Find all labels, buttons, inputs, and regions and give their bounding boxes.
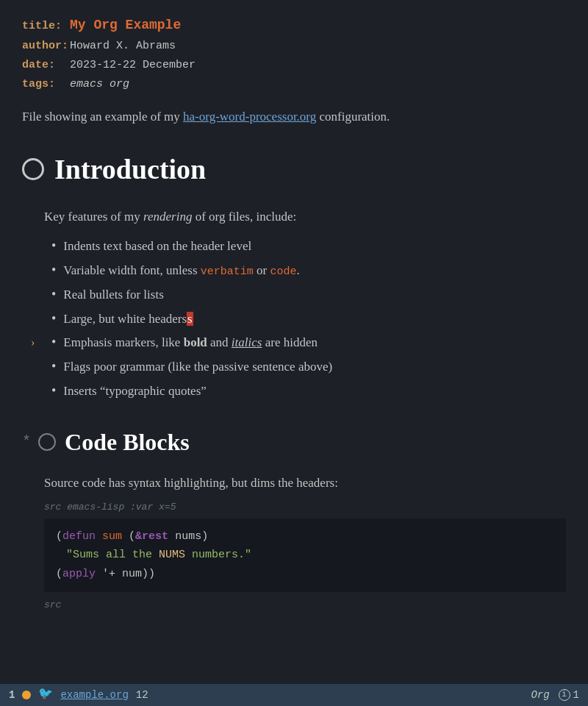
section2-prefix: * bbox=[22, 430, 31, 454]
list-item-text: Inserts “typographic quotes” bbox=[63, 381, 566, 401]
paren: )) bbox=[142, 568, 155, 580]
intro-text-before: File showing an example of my bbox=[22, 110, 183, 124]
bullet-icon: • bbox=[51, 332, 56, 353]
kw-quote-plus: '+ bbox=[102, 568, 122, 580]
meta-title-key: title: bbox=[22, 18, 70, 35]
section2-heading-text: Code Blocks bbox=[65, 424, 190, 461]
list-item: › • Emphasis markers, like bold and ital… bbox=[51, 332, 566, 353]
kw-sum: sum bbox=[102, 530, 122, 543]
section1-intro: Key features of my rendering of org file… bbox=[44, 207, 566, 227]
status-col: 12 bbox=[136, 687, 148, 703]
metadata-block: title: My Org Example author: Howard X. … bbox=[22, 15, 566, 93]
code-line-1: (defun sum (&rest nums) bbox=[56, 527, 554, 546]
kw-nums-upper: NUMS bbox=[159, 549, 185, 561]
org-link[interactable]: ha-org-word-processor.org bbox=[183, 110, 316, 124]
main-content: title: My Org Example author: Howard X. … bbox=[0, 0, 588, 650]
bold-text: bold bbox=[184, 335, 207, 349]
intro-paragraph: File showing an example of my ha-org-wor… bbox=[22, 107, 566, 126]
list-item-text: Flags poor grammar (like the passive sen… bbox=[63, 357, 566, 377]
meta-tags-value: emacs org bbox=[70, 76, 129, 93]
status-line-number: 1 bbox=[9, 687, 15, 703]
src-footer-text: src bbox=[44, 599, 61, 610]
meta-title-value: My Org Example bbox=[70, 15, 181, 36]
section2-heading: * Code Blocks bbox=[22, 424, 566, 461]
section1-bullet-circle bbox=[22, 158, 44, 180]
status-info: i 1 bbox=[559, 687, 579, 703]
code-line-2: "Sums all the NUMS numbers." bbox=[56, 546, 554, 565]
bullet-icon: • bbox=[51, 235, 56, 257]
kw-num: num bbox=[122, 568, 142, 580]
paren: ( bbox=[129, 530, 135, 543]
cursor: s bbox=[187, 312, 193, 326]
src-header-label: src emacs-lisp :var x=5 bbox=[44, 500, 566, 516]
italics-text: italics bbox=[232, 335, 262, 349]
status-mode: Org bbox=[531, 687, 549, 703]
kw-defun: defun bbox=[62, 530, 96, 543]
status-bar-left: 1 🐦 example.org 12 bbox=[9, 685, 531, 705]
meta-date-line: date: 2023-12-22 December bbox=[22, 57, 566, 74]
status-bar: 1 🐦 example.org 12 Org i 1 bbox=[0, 684, 588, 706]
list-item: • Large, but white headerss bbox=[51, 308, 566, 329]
section-intro-after: of org files, include: bbox=[192, 210, 296, 224]
kw-apply: apply bbox=[62, 568, 96, 580]
paren: ( bbox=[56, 530, 62, 543]
code-block: (defun sum (&rest nums) "Sums all the NU… bbox=[44, 518, 566, 593]
meta-date-value: 2023-12-22 December bbox=[70, 57, 196, 74]
verbatim-text: verbatim bbox=[201, 265, 254, 278]
emacs-icon: 🐦 bbox=[38, 685, 53, 705]
bullet-icon: • bbox=[51, 356, 56, 377]
section-intro-before: Key features of my bbox=[44, 210, 143, 224]
bullet-icon: • bbox=[51, 380, 56, 402]
meta-tags-key: tags: bbox=[22, 76, 70, 93]
list-item: • Inserts “typographic quotes” bbox=[51, 380, 566, 402]
paren: ( bbox=[56, 568, 62, 580]
kw-nums: nums bbox=[175, 530, 201, 543]
bullet-icon: • bbox=[51, 308, 56, 329]
section1-heading: Introduction bbox=[22, 147, 566, 192]
list-item-text: Large, but white headerss bbox=[63, 309, 566, 329]
kw-string: "Sums all the bbox=[66, 549, 159, 561]
status-dot-indicator bbox=[22, 691, 31, 699]
list-item: • Flags poor grammar (like the passive s… bbox=[51, 356, 566, 377]
meta-author-key: author: bbox=[22, 38, 70, 55]
feature-list: • Indents text based on the header level… bbox=[51, 235, 566, 402]
section1-content: Key features of my rendering of org file… bbox=[44, 207, 566, 402]
list-item-text: Emphasis markers, like bold and italics … bbox=[63, 332, 566, 352]
section2-bullet-circle bbox=[38, 433, 56, 451]
meta-author-value: Howard X. Abrams bbox=[70, 38, 176, 55]
list-item: • Real bullets for lists bbox=[51, 284, 566, 305]
kw-string-end: numbers." bbox=[185, 549, 251, 561]
intro-text-after: configuration. bbox=[316, 110, 390, 124]
kw-rest: &rest bbox=[135, 530, 168, 543]
meta-title-line: title: My Org Example bbox=[22, 15, 566, 36]
code-block-intro: Source code has syntax highlighting, but… bbox=[44, 473, 566, 493]
info-circle-icon: i bbox=[559, 689, 570, 701]
status-info-count: 1 bbox=[573, 687, 579, 703]
bullet-icon: • bbox=[51, 260, 56, 281]
src-footer-label: src bbox=[44, 598, 566, 613]
list-item: • Indents text based on the header level bbox=[51, 235, 566, 257]
status-filename[interactable]: example.org bbox=[60, 687, 128, 703]
list-item-text: Real bullets for lists bbox=[63, 285, 566, 304]
list-item: • Variable width font, unless verbatim o… bbox=[51, 260, 566, 281]
section1-heading-text: Introduction bbox=[54, 147, 206, 192]
code-inline-text: code bbox=[270, 265, 297, 278]
section-intro-italic: rendering bbox=[143, 210, 192, 224]
paren: ) bbox=[201, 530, 208, 543]
meta-tags-line: tags: emacs org bbox=[22, 76, 566, 93]
src-header-text: src emacs-lisp :var x=5 bbox=[44, 502, 176, 513]
meta-date-key: date: bbox=[22, 57, 70, 74]
section2-content: Source code has syntax highlighting, but… bbox=[44, 473, 566, 613]
list-item-text: Indents text based on the header level bbox=[63, 236, 566, 256]
status-bar-right: Org i 1 bbox=[531, 687, 579, 703]
code-line-3: (apply '+ num)) bbox=[56, 565, 554, 584]
list-item-text: Variable width font, unless verbatim or … bbox=[63, 260, 566, 281]
meta-author-line: author: Howard X. Abrams bbox=[22, 38, 566, 55]
arrow-indicator-icon: › bbox=[31, 333, 35, 352]
bullet-icon: • bbox=[51, 284, 56, 305]
